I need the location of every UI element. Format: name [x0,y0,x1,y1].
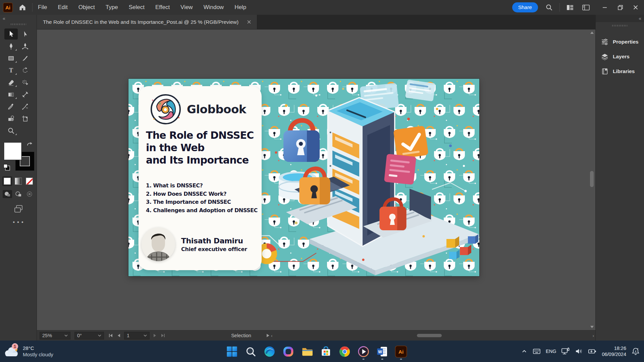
restore-button[interactable] [614,2,627,13]
horizontal-scroll-thumb[interactable] [417,334,442,337]
color-button[interactable] [2,176,12,186]
chrome-icon[interactable] [338,343,352,360]
menu-file[interactable]: File [38,4,47,11]
status-expand-icon[interactable] [266,334,270,338]
tool-paintbrush[interactable] [18,53,32,64]
illustrator-app-icon[interactable]: Ai [3,3,13,12]
tool-rotate[interactable] [18,65,32,76]
last-artboard-icon[interactable] [160,333,166,338]
author-block: Thisath Damiru Chief executive officer [142,228,247,261]
document-tab[interactable]: The Role of DNSSEC in the Web and Its Im… [37,15,257,29]
network-display-icon[interactable] [561,347,570,355]
tab-close-icon[interactable] [247,20,251,24]
touch-keyboard-icon[interactable] [533,348,541,355]
tool-eyedropper[interactable] [4,101,18,112]
rotation-dropdown[interactable]: 0° [74,332,104,340]
word-icon[interactable]: W [375,343,389,360]
scroll-up-icon[interactable] [590,32,594,34]
menu-type[interactable]: Type [106,4,118,11]
panel-tab-libraries[interactable]: Libraries [596,65,644,77]
vertical-scroll-thumb[interactable] [590,171,594,187]
scroll-right-icon[interactable]: › [591,333,595,338]
tool-gradient[interactable] [4,89,18,100]
panel-tab-properties[interactable]: Properties [596,36,644,48]
tool-zoom[interactable] [4,125,18,136]
media-player-icon[interactable] [357,343,371,360]
chevron-down-icon [64,335,68,337]
menu-window[interactable]: Window [204,4,224,11]
draw-normal-icon[interactable] [3,190,12,198]
avatar [142,228,175,261]
tool-pen[interactable] [4,41,18,52]
scroll-left-icon[interactable]: ‹ [270,333,274,338]
panel-toggle-icon[interactable] [582,5,590,10]
vertical-scrollbar[interactable] [589,31,595,329]
clock[interactable]: 18:26 06/09/2024 [602,345,626,357]
tool-artboard[interactable] [18,113,32,124]
tool-rectangle[interactable] [4,53,18,64]
tool-selection[interactable] [4,28,18,40]
screen-mode-icon[interactable] [12,205,25,213]
fill-swatch[interactable] [4,142,22,160]
scroll-down-icon[interactable] [590,326,594,328]
svg-text:z: z [637,348,638,350]
tool-width[interactable] [18,89,32,100]
status-text: Selection [219,333,263,338]
chevron-down-icon [98,335,101,337]
previous-artboard-icon[interactable] [117,333,121,338]
language-indicator[interactable]: ENG [546,349,556,354]
swap-fill-stroke-icon[interactable] [26,141,33,147]
start-button[interactable] [225,343,239,360]
artboard-number-dropdown[interactable]: 1 [124,332,150,340]
default-fill-stroke-icon[interactable] [3,164,10,171]
microsoft-store-icon[interactable] [319,343,333,360]
tool-shaper[interactable] [18,77,32,88]
taskbar-weather-widget[interactable]: 1 28°C Mostly cloudy [0,345,53,358]
search-icon[interactable] [545,4,553,11]
notification-bell-icon[interactable]: z z [631,347,640,356]
panel-tab-layers[interactable]: Layers [596,51,644,63]
list-item: 2. How Does DNSSEC Work? [146,190,258,198]
toolbar-grip [11,23,26,25]
menu-object[interactable]: Object [78,4,95,11]
taskbar-search-icon[interactable] [244,343,258,360]
menu-effect[interactable]: Effect [155,4,170,11]
draw-inside-icon[interactable] [25,190,34,198]
zoom-level-dropdown[interactable]: 25% [40,332,70,340]
close-button[interactable] [629,2,642,13]
horizontal-scrollbar[interactable] [276,334,588,338]
menu-help[interactable]: Help [234,4,246,11]
tool-puppet-warp[interactable] [18,101,32,112]
tool-shape-builder[interactable] [4,113,18,124]
minimize-button[interactable] [598,2,611,13]
copilot-icon[interactable] [281,343,296,360]
share-button[interactable]: Share [512,2,538,12]
menu-view[interactable]: View [180,4,193,11]
file-explorer-icon[interactable] [300,343,314,360]
draw-behind-icon[interactable] [14,190,23,198]
svg-text:z: z [635,350,636,353]
tool-curvature[interactable] [18,41,32,52]
first-artboard-icon[interactable] [108,333,113,338]
tool-eraser[interactable] [4,77,18,88]
toolbar-collapse[interactable]: « [0,15,37,22]
author-name: Thisath Damiru [181,237,247,245]
next-artboard-icon[interactable] [153,333,157,338]
tray-expand-icon[interactable] [521,348,528,355]
menu-edit[interactable]: Edit [58,4,67,11]
workspace-layout-icon[interactable] [567,5,574,10]
gradient-button[interactable] [13,176,23,186]
panel-collapse[interactable]: « [596,15,644,22]
battery-charging-icon[interactable] [588,348,597,355]
none-button[interactable] [24,176,34,186]
brand-name: Globbook [187,103,246,116]
edge-icon[interactable] [263,343,277,360]
volume-icon[interactable] [575,348,583,355]
illustrator-taskbar-icon[interactable]: Ai [394,343,408,360]
tool-type[interactable]: T [4,65,18,76]
canvas[interactable]: Globbook The Role of DNSSEC in the Web a… [37,29,595,330]
menu-select[interactable]: Select [129,4,145,11]
edit-toolbar-button[interactable]: • • • [13,219,23,226]
home-icon[interactable] [19,4,26,11]
tool-direct-selection[interactable] [18,28,32,40]
